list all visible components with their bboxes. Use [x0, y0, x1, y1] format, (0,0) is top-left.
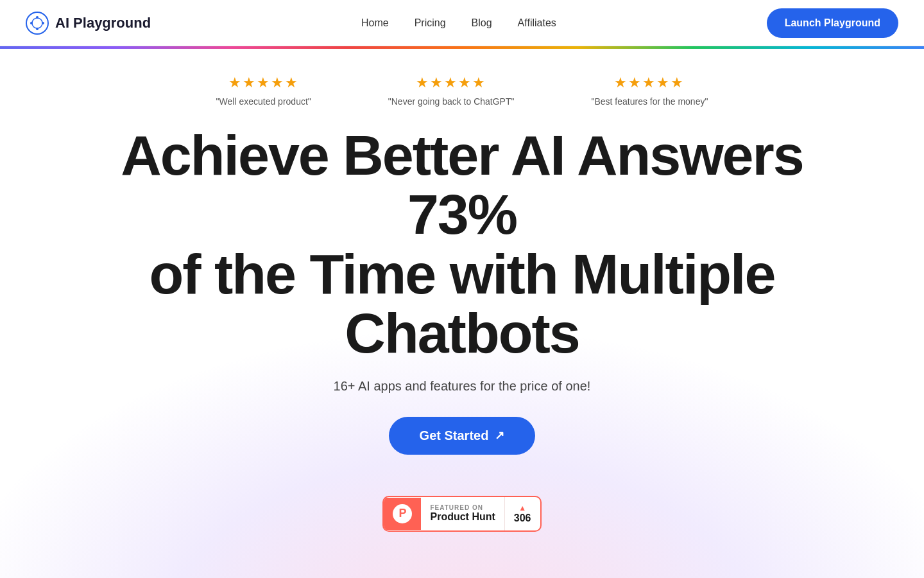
- stars-1: ★★★★★: [228, 74, 299, 91]
- ph-featured-text: FEATURED ON: [430, 504, 483, 511]
- svg-point-0: [26, 12, 48, 34]
- quote-2: "Never going back to ChatGPT": [388, 96, 515, 107]
- launch-playground-button[interactable]: Launch Playground: [767, 8, 898, 38]
- review-2: ★★★★★ "Never going back to ChatGPT": [388, 74, 515, 107]
- logo[interactable]: AI Playground: [26, 12, 151, 35]
- nav-blog[interactable]: Blog: [472, 17, 492, 29]
- nav-pricing[interactable]: Pricing: [415, 17, 446, 29]
- stars-2: ★★★★★: [416, 74, 486, 91]
- product-hunt-badge[interactable]: P FEATURED ON Product Hunt ▲ 306: [382, 496, 541, 532]
- svg-point-3: [36, 28, 38, 30]
- navbar: AI Playground Home Pricing Blog Affiliat…: [0, 0, 924, 46]
- logo-text: AI Playground: [55, 15, 151, 31]
- hero-section: ★★★★★ "Well executed product" ★★★★★ "Nev…: [0, 49, 924, 578]
- arrow-icon: ↗: [495, 428, 504, 442]
- svg-point-1: [32, 18, 42, 28]
- hero-heading: Achieve Better AI Answers 73% of the Tim…: [109, 126, 815, 363]
- nav-affiliates[interactable]: Affiliates: [518, 17, 556, 29]
- get-started-button[interactable]: Get Started ↗: [389, 417, 536, 455]
- ph-count: 306: [514, 512, 531, 524]
- ph-name: Product Hunt: [430, 511, 495, 523]
- ph-logo: P: [393, 504, 412, 523]
- ph-upvote-arrow: ▲: [518, 504, 526, 512]
- stars-3: ★★★★★: [614, 74, 685, 91]
- review-3: ★★★★★ "Best features for the money": [591, 74, 708, 107]
- ph-count-wrap: ▲ 306: [504, 497, 540, 530]
- ph-logo-wrap: P: [384, 498, 421, 530]
- hero-subtext: 16+ AI apps and features for the price o…: [26, 379, 898, 394]
- svg-point-4: [30, 22, 33, 24]
- nav-links: Home Pricing Blog Affiliates: [361, 17, 556, 29]
- quote-3: "Best features for the money": [591, 96, 708, 107]
- logo-icon: [26, 12, 49, 35]
- ph-text-wrap: FEATURED ON Product Hunt: [421, 499, 504, 528]
- quote-1: "Well executed product": [216, 96, 311, 107]
- reviews-row: ★★★★★ "Well executed product" ★★★★★ "Nev…: [26, 74, 898, 107]
- nav-home[interactable]: Home: [361, 17, 389, 29]
- review-1: ★★★★★ "Well executed product": [216, 74, 311, 107]
- svg-point-2: [36, 16, 38, 19]
- svg-point-5: [42, 22, 44, 24]
